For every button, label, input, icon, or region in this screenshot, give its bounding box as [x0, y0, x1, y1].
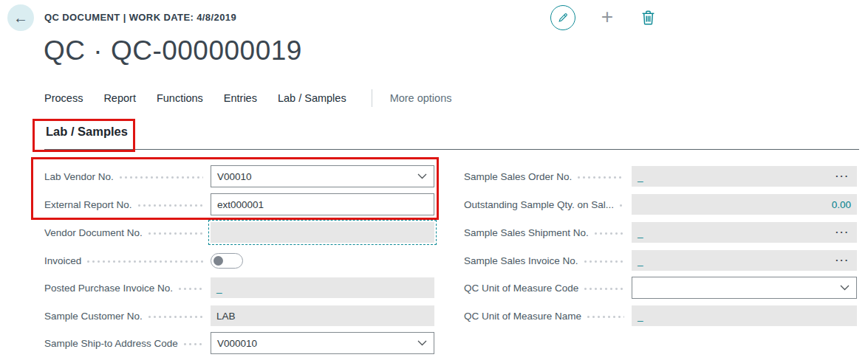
- field-label: QC Unit of Measure Name: [464, 311, 632, 322]
- invoiced-toggle[interactable]: [211, 253, 243, 269]
- field-label: Invoiced: [44, 255, 211, 266]
- invoiced-field: [211, 250, 434, 271]
- field-label: Lab Vendor No.: [44, 171, 211, 182]
- dotted-leader: [184, 343, 203, 345]
- field-label: Sample Sales Invoice No.: [464, 255, 632, 266]
- new-button[interactable]: +: [595, 4, 619, 30]
- dotted-leader: [179, 288, 203, 290]
- field-label: Sample Ship-to Address Code: [44, 338, 211, 349]
- qc-unit-of-measure-code-combobox[interactable]: [632, 277, 857, 299]
- chevron-down-icon[interactable]: [417, 173, 434, 179]
- assist-edit-icon[interactable]: ···: [835, 257, 857, 264]
- menu-item-report[interactable]: Report: [103, 92, 136, 104]
- menu-item-functions[interactable]: Functions: [157, 92, 203, 104]
- sample-customer-no-field[interactable]: LAB: [211, 305, 434, 326]
- menu-item-lab-samples[interactable]: Lab / Samples: [278, 92, 346, 104]
- dotted-leader: [584, 260, 624, 263]
- field-value: _: [211, 283, 222, 294]
- external-report-no-input[interactable]: ext000001: [211, 193, 434, 215]
- menu-item-process[interactable]: Process: [44, 92, 83, 104]
- form-row: Sample Ship-to Address Code V000010: [44, 332, 434, 354]
- posted-purchase-invoice-no-field[interactable]: _: [211, 277, 434, 298]
- form-row: QC Unit of Measure Name _: [464, 305, 857, 327]
- plus-icon: +: [601, 5, 613, 29]
- delete-button[interactable]: [638, 7, 657, 27]
- sample-ship-to-address-code-combobox[interactable]: V000010: [211, 332, 434, 354]
- chevron-down-icon[interactable]: [417, 340, 434, 346]
- appbar-title: QC DOCUMENT | WORK DATE: 4/8/2019: [44, 0, 236, 35]
- section-divider: [44, 149, 859, 150]
- field-value: V000010: [211, 338, 257, 349]
- form-row: Vendor Document No.: [44, 221, 434, 243]
- field-label: Sample Customer No.: [44, 311, 211, 322]
- field-label: Sample Sales Order No.: [464, 171, 632, 182]
- trash-icon: [641, 10, 655, 25]
- form-row: QC Unit of Measure Code: [464, 277, 857, 299]
- dotted-leader: [148, 316, 203, 318]
- dotted-leader: [595, 232, 624, 235]
- lab-vendor-no-combobox[interactable]: V00010: [211, 165, 434, 187]
- page-title: QC · QC-000000019: [44, 35, 302, 66]
- form-row: Sample Sales Shipment No. _ ···: [464, 221, 857, 243]
- sample-sales-invoice-no-field[interactable]: _ ···: [632, 250, 857, 271]
- field-label: QC Unit of Measure Code: [464, 283, 632, 294]
- dotted-leader: [138, 204, 203, 207]
- form-row: Outstanding Sample Qty. on Sal... 0.00: [464, 193, 857, 215]
- qc-unit-of-measure-name-field[interactable]: _: [632, 305, 857, 326]
- pencil-icon: [557, 12, 569, 24]
- field-label: Posted Purchase Invoice No.: [44, 283, 211, 294]
- menu-divider: [372, 89, 372, 107]
- dotted-leader: [87, 260, 203, 263]
- toggle-knob: [213, 256, 223, 266]
- edit-button[interactable]: [550, 5, 575, 30]
- dotted-leader: [584, 288, 624, 290]
- assist-edit-icon[interactable]: ···: [835, 173, 857, 180]
- dotted-leader: [148, 232, 203, 235]
- field-value: 0.00: [832, 199, 857, 210]
- dotted-leader: [120, 176, 203, 179]
- outstanding-sample-qty-field[interactable]: 0.00: [632, 194, 857, 215]
- form-row: External Report No. ext000001: [44, 193, 434, 215]
- chevron-down-icon[interactable]: [840, 285, 856, 291]
- section-title-lab-samples[interactable]: Lab / Samples: [46, 125, 128, 139]
- field-value: _: [632, 311, 643, 322]
- form-row: Lab Vendor No. V00010: [44, 165, 434, 187]
- back-button[interactable]: ←: [7, 4, 34, 31]
- sample-sales-order-no-field[interactable]: _ ···: [632, 166, 857, 187]
- sample-sales-shipment-no-field[interactable]: _ ···: [632, 222, 857, 243]
- vendor-document-no-field[interactable]: [211, 222, 434, 243]
- dotted-leader: [620, 204, 624, 207]
- dotted-leader: [578, 176, 624, 179]
- field-value: LAB: [211, 311, 236, 322]
- dotted-leader: [587, 316, 624, 318]
- menu-item-entries[interactable]: Entries: [224, 92, 257, 104]
- field-label: External Report No.: [44, 199, 211, 210]
- field-value: _: [632, 227, 643, 238]
- form-row: Invoiced: [44, 249, 434, 272]
- back-arrow-icon: ←: [13, 10, 28, 26]
- field-value: _: [632, 171, 643, 182]
- field-label: Sample Sales Shipment No.: [464, 227, 632, 238]
- field-label: Vendor Document No.: [44, 227, 211, 238]
- qc-document-page: ← QC DOCUMENT | WORK DATE: 4/8/2019 + QC…: [0, 0, 868, 363]
- more-options-button[interactable]: More options: [390, 92, 452, 104]
- form-row: Posted Purchase Invoice No. _: [44, 277, 434, 299]
- field-value: _: [632, 255, 643, 266]
- assist-edit-icon[interactable]: ···: [835, 229, 857, 236]
- form-row: Sample Sales Order No. _ ···: [464, 165, 857, 187]
- field-value: V00010: [211, 171, 252, 182]
- field-label: Outstanding Sample Qty. on Sal...: [464, 199, 632, 210]
- field-value: ext000001: [211, 199, 264, 210]
- action-bar: Process Report Functions Entries Lab / S…: [44, 89, 451, 108]
- form-row: Sample Customer No. LAB: [44, 305, 434, 327]
- form-row: Sample Sales Invoice No. _ ···: [464, 249, 857, 272]
